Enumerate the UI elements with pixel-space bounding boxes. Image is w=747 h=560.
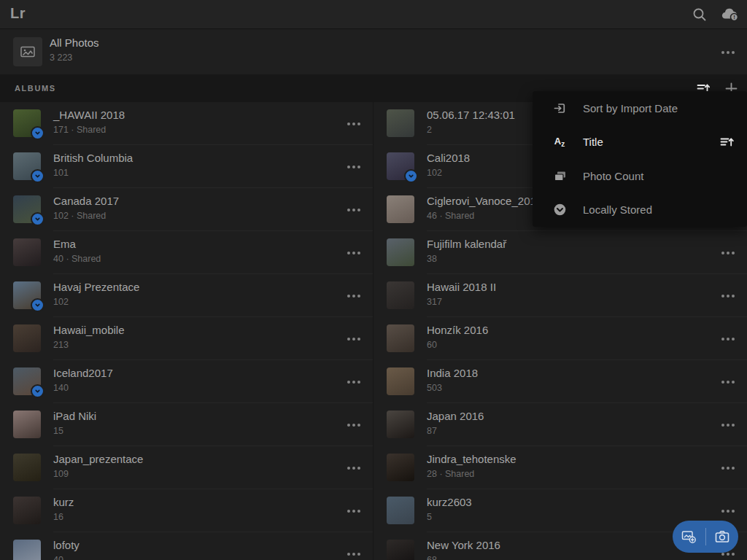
album-title: Ciglerovi_Vanoce_2017 (427, 195, 542, 207)
album-row[interactable]: Hawaii 2018 II 317 (374, 274, 747, 317)
album-thumbnail (387, 540, 414, 560)
album-more-options-button[interactable] (346, 161, 362, 173)
album-more-options-button[interactable] (346, 376, 362, 388)
album-thumbnail (387, 152, 414, 180)
album-thumbnail (13, 540, 41, 560)
album-meta: 40 (53, 555, 80, 560)
sort-ascending-icon[interactable] (719, 136, 734, 149)
album-meta: 16 (53, 512, 74, 522)
album-meta: 102 · Shared (53, 211, 119, 221)
photo-count-icon (551, 169, 568, 183)
album-row[interactable]: Havaj Prezentace 102 (0, 274, 373, 317)
camera-button[interactable] (706, 521, 739, 553)
album-thumbnail (13, 324, 41, 352)
album-thumbnail (13, 368, 41, 395)
album-title: New York 2016 (427, 539, 500, 551)
svg-text:!: ! (733, 14, 735, 20)
album-thumbnail (13, 195, 41, 223)
all-photos-title: All Photos (50, 36, 99, 49)
album-title: Iceland2017 (53, 367, 113, 379)
album-row[interactable]: kurz 16 (0, 489, 373, 532)
all-photos-row[interactable]: All Photos 3 223 (0, 30, 747, 74)
album-thumbnail (387, 238, 414, 266)
synced-badge-icon (31, 298, 44, 312)
album-row[interactable]: India 2018 503 (374, 360, 747, 403)
album-title: Canada 2017 (53, 195, 119, 207)
album-row[interactable]: Hawaii_mobile 213 (0, 317, 373, 360)
album-thumbnail (387, 454, 414, 481)
album-meta: 102 (427, 168, 470, 178)
search-icon[interactable] (690, 5, 709, 24)
album-row[interactable]: lofoty 40 (0, 532, 373, 560)
add-photos-button[interactable] (673, 521, 705, 553)
album-row[interactable]: British Columbia 101 (0, 145, 373, 188)
album-more-options-button[interactable] (720, 462, 736, 474)
album-more-options-button[interactable] (346, 247, 362, 259)
album-thumbnail (387, 411, 414, 438)
album-more-options-button[interactable] (346, 118, 362, 130)
album-more-options-button[interactable] (720, 419, 736, 431)
synced-badge-icon (31, 169, 44, 183)
cloud-sync-alert-icon[interactable]: ! (721, 5, 740, 24)
album-title: Ema (53, 238, 101, 250)
album-title: Hawaii_mobile (53, 324, 125, 336)
album-thumbnail (13, 497, 41, 524)
album-more-options-button[interactable] (346, 419, 362, 431)
menu-item-photo-count[interactable]: Photo Count (533, 159, 747, 193)
album-more-options-button[interactable] (346, 548, 362, 560)
album-title: British Columbia (53, 152, 133, 164)
locally-stored-icon (551, 203, 568, 217)
album-meta: 102 (53, 297, 139, 307)
album-thumbnail (13, 281, 41, 309)
top-bar: Lr ! (0, 0, 747, 29)
album-more-options-button[interactable] (346, 462, 362, 474)
album-row[interactable]: Honzík 2016 60 (374, 317, 747, 360)
album-more-options-button[interactable] (346, 290, 362, 302)
menu-item-label: Locally Stored (583, 203, 652, 216)
menu-item-title[interactable]: Az Title (533, 125, 747, 160)
album-meta: 213 (53, 340, 125, 350)
album-more-options-button[interactable] (720, 376, 736, 388)
album-thumbnail (13, 238, 41, 266)
album-title: lofoty (53, 539, 80, 551)
album-meta: 5 (427, 512, 472, 522)
all-photos-more-options-button[interactable] (720, 47, 736, 58)
album-row[interactable]: Ema 40 · Shared (0, 231, 373, 274)
album-more-options-button[interactable] (720, 247, 736, 259)
album-more-options-button[interactable] (346, 505, 362, 517)
album-title: Havaj Prezentace (53, 281, 139, 293)
album-meta: 60 (427, 340, 488, 350)
synced-badge-icon (31, 212, 44, 226)
album-thumbnail (13, 454, 41, 481)
album-more-options-button[interactable] (720, 333, 736, 345)
album-title: India 2018 (427, 367, 478, 379)
album-row[interactable]: Fujifilm kalendař 38 (374, 231, 747, 274)
album-title: Cali2018 (427, 152, 470, 164)
album-row[interactable]: iPad Niki 15 (0, 403, 373, 446)
album-row[interactable]: Jindra_tehotenske 28 · Shared (374, 446, 747, 489)
album-title: Honzík 2016 (427, 324, 488, 336)
all-photos-placeholder-icon (13, 37, 42, 66)
album-row[interactable]: Japan_prezentace 109 (0, 446, 373, 489)
album-more-options-button[interactable] (346, 333, 362, 345)
menu-item-sort-by-import-date[interactable]: Sort by Import Date (533, 91, 747, 125)
album-title: Japan_prezentace (53, 453, 143, 465)
menu-item-locally-stored[interactable]: Locally Stored (533, 193, 747, 228)
album-row[interactable]: Canada 2017 102 · Shared (0, 188, 373, 231)
album-more-options-button[interactable] (346, 204, 362, 216)
capture-fab (673, 521, 738, 553)
album-meta: 28 · Shared (427, 469, 516, 479)
album-more-options-button[interactable] (720, 290, 736, 302)
album-meta: 38 (427, 254, 506, 264)
title-az-icon: Az (551, 136, 568, 148)
menu-item-label: Sort by Import Date (583, 102, 678, 114)
album-row[interactable]: Iceland2017 140 (0, 360, 373, 403)
album-title: 05.06.17 12:43:01 (427, 109, 515, 121)
lightroom-logo: Lr (10, 5, 26, 22)
album-row[interactable]: Japan 2016 87 (374, 403, 747, 446)
album-meta: 15 (53, 426, 96, 436)
album-thumbnail (13, 152, 41, 180)
album-thumbnail (13, 109, 41, 137)
album-more-options-button[interactable] (720, 505, 736, 517)
album-row[interactable]: _HAWAII 2018 171 · Shared (0, 102, 373, 145)
